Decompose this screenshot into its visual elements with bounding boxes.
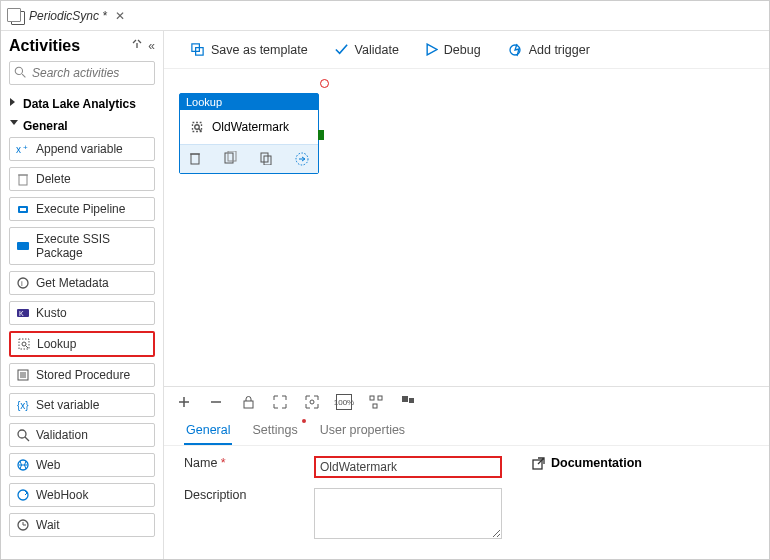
node-type-label: Lookup bbox=[180, 94, 318, 110]
tree-node-general[interactable]: General bbox=[9, 115, 155, 137]
add-output-icon[interactable] bbox=[294, 151, 310, 167]
activity-item-label: Execute SSIS Package bbox=[36, 232, 148, 260]
documentation-link[interactable]: Documentation bbox=[532, 456, 642, 470]
svg-point-45 bbox=[310, 400, 314, 404]
svg-text:{x}: {x} bbox=[17, 400, 29, 411]
svg-point-14 bbox=[22, 342, 26, 346]
activity-item-label: Web bbox=[36, 458, 60, 472]
activity-item-label: WebHook bbox=[36, 488, 88, 502]
activities-sidebar: Activities « Data Lake Analytics General bbox=[1, 31, 164, 559]
append-variable-icon: x+ bbox=[16, 142, 30, 156]
copy-icon[interactable] bbox=[259, 151, 273, 167]
kusto-icon: K bbox=[16, 306, 30, 320]
svg-rect-33 bbox=[191, 154, 199, 164]
svg-rect-50 bbox=[409, 398, 414, 403]
lookup-icon bbox=[188, 118, 206, 136]
validation-icon bbox=[16, 428, 30, 442]
svg-rect-46 bbox=[370, 396, 374, 400]
validation-error-dot-icon bbox=[320, 79, 329, 88]
pipeline-tab[interactable]: PeriodicSync * ✕ bbox=[5, 5, 131, 27]
external-link-icon bbox=[532, 457, 545, 470]
collapse-icon[interactable]: « bbox=[148, 39, 155, 53]
pipeline-canvas[interactable]: Lookup OldWatermark bbox=[164, 69, 769, 386]
activity-item-label: Wait bbox=[36, 518, 60, 532]
svg-text:+: + bbox=[23, 143, 28, 152]
activity-item-set-variable[interactable]: {x}Set variable bbox=[9, 393, 155, 417]
success-port[interactable] bbox=[318, 130, 324, 140]
activity-item-execute-ssis-package[interactable]: Execute SSIS Package bbox=[9, 227, 155, 265]
activity-item-validation[interactable]: Validation bbox=[9, 423, 155, 447]
svg-rect-7 bbox=[20, 208, 26, 211]
svg-point-0 bbox=[15, 67, 22, 74]
activity-item-append-variable[interactable]: x+Append variable bbox=[9, 137, 155, 161]
tree-node-data-lake[interactable]: Data Lake Analytics bbox=[9, 93, 155, 115]
activity-item-label: Lookup bbox=[37, 337, 76, 351]
description-label: Description bbox=[184, 488, 314, 502]
activity-item-get-metadata[interactable]: iGet Metadata bbox=[9, 271, 155, 295]
set-variable-icon: {x} bbox=[16, 398, 30, 412]
activity-item-kusto[interactable]: KKusto bbox=[9, 301, 155, 325]
svg-point-9 bbox=[18, 278, 28, 288]
activity-item-label: Execute Pipeline bbox=[36, 202, 125, 216]
svg-point-25 bbox=[18, 490, 28, 500]
align-icon[interactable] bbox=[400, 394, 416, 410]
tab-user-properties[interactable]: User properties bbox=[318, 417, 407, 445]
activity-item-webhook[interactable]: WebHook bbox=[9, 483, 155, 507]
svg-rect-44 bbox=[244, 401, 253, 408]
search-icon bbox=[14, 66, 27, 79]
caret-right-icon bbox=[9, 97, 17, 107]
save-template-button[interactable]: Save as template bbox=[190, 42, 308, 57]
search-input[interactable] bbox=[9, 61, 155, 85]
delete-icon[interactable] bbox=[188, 151, 202, 167]
activity-item-label: Set variable bbox=[36, 398, 99, 412]
svg-rect-48 bbox=[373, 404, 377, 408]
lock-icon[interactable] bbox=[240, 394, 256, 410]
add-trigger-button[interactable]: Add trigger bbox=[507, 42, 590, 58]
clone-icon[interactable] bbox=[223, 151, 237, 167]
activity-item-label: Kusto bbox=[36, 306, 67, 320]
activity-item-lookup[interactable]: Lookup bbox=[9, 331, 155, 357]
webhook-icon bbox=[16, 488, 30, 502]
svg-rect-47 bbox=[378, 396, 382, 400]
execute-pipeline-icon bbox=[16, 202, 30, 216]
activity-item-label: Stored Procedure bbox=[36, 368, 130, 382]
focus-icon[interactable] bbox=[304, 394, 320, 410]
svg-rect-8 bbox=[17, 242, 29, 250]
node-title: OldWatermark bbox=[212, 120, 289, 134]
svg-line-1 bbox=[22, 74, 25, 77]
activity-item-delete[interactable]: Delete bbox=[9, 167, 155, 191]
tab-settings[interactable]: Settings bbox=[250, 417, 299, 445]
activity-item-label: Validation bbox=[36, 428, 88, 442]
execute-ssis-package-icon bbox=[16, 239, 30, 253]
auto-layout-icon[interactable] bbox=[368, 394, 384, 410]
activity-item-wait[interactable]: Wait bbox=[9, 513, 155, 537]
svg-point-31 bbox=[195, 125, 200, 130]
description-input[interactable] bbox=[314, 488, 502, 539]
add-icon[interactable] bbox=[176, 394, 192, 410]
svg-text:K: K bbox=[19, 310, 24, 317]
fit-icon[interactable] bbox=[272, 394, 288, 410]
remove-icon[interactable] bbox=[208, 394, 224, 410]
get-metadata-icon: i bbox=[16, 276, 30, 290]
activity-item-web[interactable]: Web bbox=[9, 453, 155, 477]
error-dot-icon bbox=[302, 419, 306, 423]
activity-item-stored-procedure[interactable]: Stored Procedure bbox=[9, 363, 155, 387]
svg-rect-4 bbox=[19, 175, 27, 185]
sidebar-title: Activities bbox=[9, 37, 80, 55]
pipeline-toolbar: Save as template Validate Debug Add trig… bbox=[164, 31, 769, 69]
svg-rect-49 bbox=[402, 396, 408, 402]
tab-general[interactable]: General bbox=[184, 417, 232, 445]
name-input[interactable] bbox=[314, 456, 502, 478]
svg-line-15 bbox=[26, 346, 29, 349]
activity-item-label: Delete bbox=[36, 172, 71, 186]
validate-button[interactable]: Validate bbox=[334, 42, 399, 57]
zoom-reset-icon[interactable]: 100% bbox=[336, 394, 352, 410]
activity-item-execute-pipeline[interactable]: Execute Pipeline bbox=[9, 197, 155, 221]
lookup-node[interactable]: Lookup OldWatermark bbox=[179, 93, 319, 174]
pin-icon[interactable] bbox=[132, 39, 142, 53]
close-icon[interactable]: ✕ bbox=[115, 9, 125, 23]
debug-button[interactable]: Debug bbox=[425, 43, 481, 57]
lookup-icon bbox=[17, 337, 31, 351]
activity-item-label: Get Metadata bbox=[36, 276, 109, 290]
activity-item-label: Append variable bbox=[36, 142, 123, 156]
